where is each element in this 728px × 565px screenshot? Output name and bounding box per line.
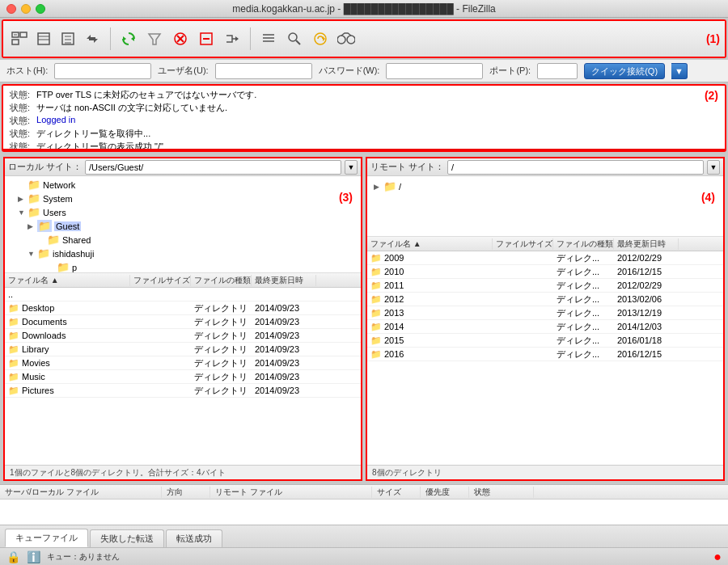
maximize-button[interactable] — [36, 4, 45, 14]
tree-label-shared: Shared — [62, 235, 91, 245]
toolbar-sync-btn[interactable] — [81, 27, 104, 50]
remote-cell-type-2016: ディレク... — [553, 348, 614, 361]
remote-file-row-2009[interactable]: 📁2009 ディレク... 2012/02/29 — [367, 251, 723, 265]
transfer-col-priority[interactable]: 優先度 — [421, 487, 469, 498]
transfer-col-dir[interactable]: 方向 — [162, 487, 210, 498]
tab-transfer-success[interactable]: 転送成功 — [166, 529, 222, 547]
local-cell-date-downloads: 2014/09/23 — [252, 331, 316, 340]
svg-point-29 — [347, 36, 355, 44]
local-cell-date-music: 2014/09/23 — [252, 372, 316, 382]
svg-point-28 — [337, 36, 345, 44]
remote-file-row-2016[interactable]: 📁2016 ディレク... 2016/12/15 — [367, 348, 723, 361]
remote-col-name[interactable]: ファイル名 ▲ — [367, 238, 493, 250]
remote-file-row-2015[interactable]: 📁2015 ディレク... 2016/01/18 — [367, 334, 723, 348]
log-val-2: サーバは non-ASCII の文字に対応していません. — [36, 102, 227, 114]
local-file-row-documents[interactable]: 📁Documents ディレクトリ 2014/09/23 — [5, 315, 361, 329]
local-pane: ローカル サイト： ▼ 📁 Network ▶ 📁 System — [3, 157, 362, 481]
transfer-col-remote[interactable]: リモート ファイル — [210, 487, 372, 498]
remote-file-row-2011[interactable]: 📁2011 ディレク... 2012/02/29 — [367, 279, 723, 293]
remote-col-type[interactable]: ファイルの種類 — [553, 238, 614, 250]
remote-file-row-2013[interactable]: 📁2013 ディレク... 2013/12/19 — [367, 306, 723, 320]
tree-item-shared[interactable]: 📁 Shared — [5, 233, 361, 247]
remote-path-input[interactable] — [447, 160, 704, 175]
remote-cell-date-2012: 2013/02/06 — [614, 294, 679, 304]
port-input[interactable] — [537, 63, 578, 79]
log-key-1: 状態: — [10, 89, 30, 101]
tree-item-users[interactable]: ▼ 📁 Users — [5, 205, 361, 219]
pass-input[interactable] — [386, 63, 483, 79]
local-cell-date-documents: 2014/09/23 — [252, 317, 316, 327]
remote-tree-label-root: / — [399, 182, 401, 192]
toolbar-disconnect-btn[interactable] — [221, 27, 243, 50]
local-cell-date-library: 2014/09/23 — [252, 344, 316, 354]
local-status: 1個のファイルと8個のディレクトリ。合計サイズ：4バイト — [5, 465, 361, 479]
close-button[interactable] — [6, 4, 16, 14]
remote-file-list[interactable]: 📁2009 ディレク... 2012/02/29 📁2010 ディレク... 2… — [367, 251, 723, 465]
local-cell-type-music: ディレクトリ — [191, 371, 252, 383]
local-cell-name-library: 📁Library — [5, 344, 130, 355]
remote-tree-item-root[interactable]: ▶ 📁 / — [370, 179, 720, 193]
local-file-row-downloads[interactable]: 📁Downloads ディレクトリ 2014/09/23 — [5, 329, 361, 343]
tree-item-network[interactable]: 📁 Network — [5, 178, 361, 192]
remote-cell-type-2009: ディレク... — [553, 252, 614, 264]
port-label: ポート(P): — [489, 65, 531, 77]
quick-connect-dropdown[interactable]: ▼ — [671, 63, 688, 79]
toolbar-search-btn[interactable] — [283, 27, 306, 50]
toolbar-stop-btn[interactable] — [195, 27, 218, 50]
tree-item-p[interactable]: 📁 p — [5, 260, 361, 273]
toolbar-refresh-btn[interactable] — [117, 27, 140, 50]
local-col-date[interactable]: 最終更新日時 — [252, 275, 316, 286]
local-col-size[interactable]: ファイルサイズ — [130, 275, 191, 286]
tab-queue-files[interactable]: キューファイル — [5, 529, 88, 547]
transfer-col-status[interactable]: 状態 — [469, 487, 534, 498]
remote-file-row-2014[interactable]: 📁2014 ディレク... 2014/12/03 — [367, 320, 723, 334]
tree-item-ishidashuji[interactable]: ▼ 📁 ishidashuji — [5, 247, 361, 260]
host-input[interactable] — [54, 63, 151, 79]
local-file-row-desktop[interactable]: 📁Desktop ディレクトリ 2014/09/23 — [5, 301, 361, 315]
local-cell-type-movies: ディレクトリ — [191, 357, 252, 369]
local-path-input[interactable] — [85, 160, 341, 175]
toolbar-siteman-btn[interactable] — [8, 27, 31, 50]
folder-icon-ishidashuji: 📁 — [37, 247, 50, 259]
toolbar-queue-btn[interactable] — [257, 27, 280, 50]
tree-label-users: Users — [43, 208, 66, 217]
tree-item-guest[interactable]: ▶ 📁 Guest — [5, 219, 361, 233]
address-bar: ホスト(H): ユーザ名(U): パスワード(W): ポート(P): クイック接… — [0, 60, 728, 82]
tab-failed-transfers[interactable]: 失敗した転送 — [90, 529, 164, 547]
remote-col-date[interactable]: 最終更新日時 — [614, 238, 679, 250]
label-4: (4) — [701, 191, 715, 204]
minimize-button[interactable] — [21, 4, 31, 14]
toolbar-filter-btn[interactable] — [143, 27, 166, 50]
local-file-row-pictures[interactable]: 📁Pictures ディレクトリ 2014/09/23 — [5, 384, 361, 398]
local-col-name[interactable]: ファイル名 ▲ — [5, 275, 130, 286]
toolbar-binoculars-btn[interactable] — [335, 27, 358, 50]
local-path-dropdown[interactable]: ▼ — [345, 160, 358, 175]
tree-item-system[interactable]: ▶ 📁 System — [5, 192, 361, 205]
toolbar-btn2[interactable] — [32, 27, 55, 50]
remote-col-size[interactable]: ファイルサイズ — [493, 238, 553, 250]
transfer-col-size[interactable]: サイズ — [372, 487, 421, 498]
remote-path-dropdown[interactable]: ▼ — [707, 160, 720, 175]
log-area: 状態: FTP over TLS に未対応のセキュアではないサーバです. 状態:… — [3, 86, 725, 150]
toolbar-cancel-btn[interactable] — [169, 27, 192, 50]
remote-cell-type-2012: ディレク... — [553, 293, 614, 306]
local-cell-date-movies: 2014/09/23 — [252, 358, 316, 368]
user-input[interactable] — [215, 63, 312, 79]
transfer-col-server[interactable]: サーバ/ローカル ファイル — [0, 487, 162, 498]
local-file-list[interactable]: .. 📁Desktop ディレクトリ 2014/09/23 📁Documents… — [5, 288, 361, 465]
transfer-header: サーバ/ローカル ファイル 方向 リモート ファイル サイズ 優先度 状態 — [0, 485, 728, 500]
svg-rect-1 — [20, 32, 27, 37]
local-file-row-movies[interactable]: 📁Movies ディレクトリ 2014/09/23 — [5, 356, 361, 370]
local-file-row-dotdot[interactable]: .. — [5, 288, 361, 301]
local-file-row-music[interactable]: 📁Music ディレクトリ 2014/09/23 — [5, 370, 361, 384]
remote-folder-icon-root: 📁 — [383, 180, 396, 192]
local-file-row-library[interactable]: 📁Library ディレクトリ 2014/09/23 — [5, 343, 361, 356]
quick-connect-button[interactable]: クイック接続(Q) — [584, 63, 665, 79]
toolbar-btn3[interactable] — [57, 27, 79, 50]
svg-marker-27 — [323, 36, 325, 41]
toolbar-refresh2-btn[interactable] — [309, 27, 332, 50]
svg-line-25 — [296, 40, 300, 44]
local-col-type[interactable]: ファイルの種類 — [191, 275, 252, 286]
remote-file-row-2012[interactable]: 📁2012 ディレク... 2013/02/06 — [367, 293, 723, 306]
remote-file-row-2010[interactable]: 📁2010 ディレク... 2016/12/15 — [367, 265, 723, 279]
